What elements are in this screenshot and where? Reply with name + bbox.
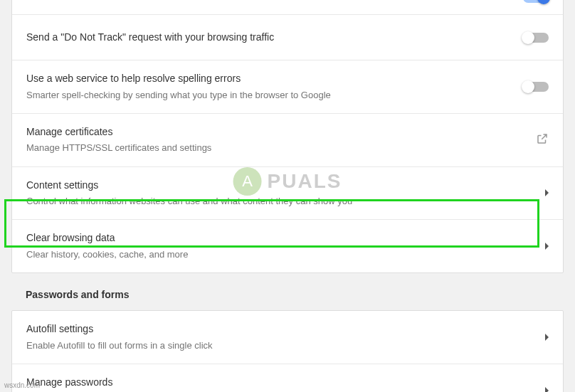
row-subtitle: Control what information websites can us… xyxy=(26,195,545,208)
row-title: Manage passwords xyxy=(26,376,545,390)
row-title: Use a web service to help resolve spelli… xyxy=(26,72,523,86)
row-subtitle: Enable Autofill to fill out forms in a s… xyxy=(26,339,545,352)
settings-row-do-not-track[interactable]: Send a "Do Not Track" request with your … xyxy=(12,15,563,60)
toggle-switch[interactable] xyxy=(523,82,549,92)
row-subtitle: Smarter spell-checking by sending what y… xyxy=(26,89,523,102)
chevron-right-icon xyxy=(545,334,549,341)
row-text: Autofill settings Enable Autofill to fil… xyxy=(26,322,545,352)
settings-row-usage-stats[interactable] xyxy=(12,0,563,15)
row-title: Content settings xyxy=(26,179,545,193)
external-link-icon xyxy=(536,132,549,148)
settings-row-content-settings[interactable]: Content settings Control what informatio… xyxy=(12,167,563,221)
row-title: Manage certificates xyxy=(26,125,536,139)
settings-row-spelling[interactable]: Use a web service to help resolve spelli… xyxy=(12,60,563,114)
row-text: Clear browsing data Clear history, cooki… xyxy=(26,231,545,261)
row-text: Manage passwords Offer to save your web … xyxy=(26,376,545,392)
row-text: Content settings Control what informatio… xyxy=(26,179,545,208)
settings-row-certificates[interactable]: Manage certificates Manage HTTPS/SSL cer… xyxy=(12,114,563,167)
row-text: Send a "Do Not Track" request with your … xyxy=(26,31,523,45)
row-title: Autofill settings xyxy=(26,322,545,337)
section-header-passwords: Passwords and forms xyxy=(26,289,564,300)
row-title: Send a "Do Not Track" request with your … xyxy=(26,31,523,45)
row-subtitle: Clear history, cookies, cache, and more xyxy=(26,248,545,261)
toggle-switch[interactable] xyxy=(523,0,549,3)
chevron-right-icon xyxy=(545,387,549,392)
settings-row-autofill[interactable]: Autofill settings Enable Autofill to fil… xyxy=(12,311,563,364)
row-text: Use a web service to help resolve spelli… xyxy=(26,72,523,102)
chevron-right-icon xyxy=(545,189,549,196)
chevron-right-icon xyxy=(545,243,549,250)
attribution-text: wsxdn.com xyxy=(4,381,40,389)
passwords-section: Autofill settings Enable Autofill to fil… xyxy=(11,310,564,392)
row-text: Manage certificates Manage HTTPS/SSL cer… xyxy=(26,125,536,155)
row-title: Clear browsing data xyxy=(26,231,545,245)
settings-row-manage-passwords[interactable]: Manage passwords Offer to save your web … xyxy=(12,364,563,392)
row-subtitle: Manage HTTPS/SSL certificates and settin… xyxy=(26,142,536,154)
privacy-section: Send a "Do Not Track" request with your … xyxy=(11,0,564,273)
settings-row-clear-browsing-data[interactable]: Clear browsing data Clear history, cooki… xyxy=(12,220,563,272)
toggle-switch[interactable] xyxy=(523,33,549,43)
